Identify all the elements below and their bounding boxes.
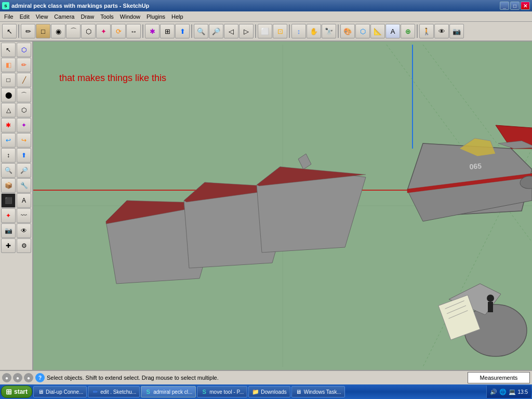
left-star-tool[interactable]: ✱ [1, 118, 16, 132]
taskbar-edit-sketchup[interactable]: ✏ edit . Sketchu... [88, 386, 140, 397]
left-wrench-tool[interactable]: 🔧 [17, 178, 31, 193]
menu-plugins[interactable]: Plugins [143, 12, 168, 21]
maximize-button[interactable]: □ [510, 2, 520, 10]
tool-zoom-window[interactable]: 🔎 [209, 24, 223, 38]
left-wave-tool[interactable]: 〰 [17, 208, 31, 223]
status-icon-3[interactable]: ● [24, 373, 33, 382]
taskbar-move-tool[interactable]: S move tool - P... [197, 386, 247, 397]
left-paint-tool[interactable]: ✏ [17, 58, 31, 72]
left-poly-tool[interactable]: ⬡ [17, 103, 31, 117]
menu-camera[interactable]: Camera [51, 12, 77, 21]
measurements-box[interactable]: Measurements [468, 372, 530, 383]
left-text-tool[interactable]: A [17, 193, 31, 208]
left-tool-row-11: ⬛ A [1, 193, 31, 208]
tool-section-plane[interactable]: ⊡ [273, 24, 287, 38]
tool-push-pull[interactable]: ⬆ [175, 24, 190, 38]
tool-prev-view[interactable]: ◁ [224, 24, 238, 38]
tool-select[interactable]: ↖ [2, 24, 17, 38]
left-undo-tool[interactable]: ↩ [1, 133, 16, 148]
tool-paint[interactable]: ✏ [21, 24, 35, 38]
left-3d-tool[interactable]: ⬡ [17, 43, 31, 57]
tool-scale[interactable]: ⊞ [160, 24, 175, 38]
taskbar-downloads-label: Downloads [261, 389, 286, 395]
menu-draw[interactable]: Draw [77, 12, 97, 21]
titlebar-buttons: _ □ ✕ [500, 2, 530, 10]
toolbar-separator-3 [191, 24, 192, 38]
left-rect-tool[interactable]: □ [1, 73, 16, 87]
taskbar-move-label: move tool - P... [209, 389, 244, 395]
edit-sketchup-icon: ✏ [91, 388, 99, 395]
toolbar-separator-5 [289, 24, 290, 38]
toolbar-separator-1 [18, 24, 19, 38]
tool-orbit[interactable]: ↕ [291, 24, 306, 38]
status-icon-2[interactable]: ● [13, 373, 22, 382]
menu-window[interactable]: Window [117, 12, 143, 21]
systray-network-icon[interactable]: 🌐 [499, 388, 507, 395]
tool-zoom[interactable]: 🔭 [322, 24, 336, 38]
tool-pan[interactable]: ✋ [307, 24, 321, 38]
left-redo-tool[interactable]: ↪ [17, 133, 31, 148]
viewport[interactable]: 065 that makes things like this [33, 42, 532, 370]
left-tool-row-2: ◧ ✏ [1, 58, 31, 72]
left-push-pull-tool[interactable]: ⬆ [17, 148, 31, 163]
tool-move[interactable]: ✱ [145, 24, 159, 38]
dialup-icon: 🖥 [37, 388, 44, 395]
left-eye-tool[interactable]: 👁 [17, 223, 31, 238]
left-arc-tool[interactable]: ⌒ [17, 88, 31, 102]
menu-help[interactable]: Help [168, 12, 187, 21]
left-toolbar: ↖ ⬡ ◧ ✏ □ ╱ ⬤ ⌒ △ ⬡ ✱ ✦ ↩ ↪ ↕ ⬆ [0, 42, 33, 370]
left-eraser-tool[interactable]: ◧ [1, 58, 16, 72]
menu-file[interactable]: File [1, 12, 17, 21]
systray-sound-icon[interactable]: 🔊 [490, 388, 497, 395]
start-windows-icon: ⊞ [6, 388, 12, 396]
left-camera-tool[interactable]: 📷 [1, 223, 16, 238]
help-icon[interactable]: ? [35, 373, 45, 382]
tool-position-camera[interactable]: 📷 [449, 24, 464, 38]
taskbar-dialup[interactable]: 🖥 Dial-up Conne... [33, 386, 87, 397]
tool-arc[interactable]: ⌒ [66, 24, 81, 38]
left-gear-tool[interactable]: ⚙ [17, 238, 31, 253]
start-button[interactable]: ⊞ start [1, 385, 32, 398]
tool-polygon[interactable]: ⬡ [81, 24, 96, 38]
left-zoom-in-tool[interactable]: 🔍 [1, 163, 16, 178]
tool-section[interactable]: ⬜ [258, 24, 272, 38]
tool-axes[interactable]: ⊕ [401, 24, 415, 38]
tool-dimensions[interactable]: 📐 [370, 24, 385, 38]
tool-component[interactable]: ⬡ [355, 24, 370, 38]
tool-flip[interactable]: ↔ [126, 24, 141, 38]
left-triangle-tool[interactable]: △ [1, 103, 16, 117]
left-fill-tool[interactable]: ⬛ [1, 193, 16, 208]
tool-look-around[interactable]: 👁 [434, 24, 449, 38]
status-icon-1[interactable]: ● [2, 373, 11, 382]
left-tool-row-13: 📷 👁 [1, 223, 31, 238]
tool-freehand[interactable]: ✦ [96, 24, 111, 38]
menu-view[interactable]: View [33, 12, 51, 21]
tool-text[interactable]: A [385, 24, 400, 38]
menu-tools[interactable]: Tools [97, 12, 117, 21]
tool-walk[interactable]: 🚶 [419, 24, 434, 38]
close-button[interactable]: ✕ [521, 2, 530, 10]
menu-edit[interactable]: Edit [17, 12, 33, 21]
left-move-tool[interactable]: ✦ [17, 118, 31, 132]
taskbar-edit-label: edit . Sketchu... [100, 389, 136, 395]
left-box-tool[interactable]: 📦 [1, 178, 16, 193]
tool-rotate[interactable]: ⟳ [111, 24, 126, 38]
left-select-tool[interactable]: ↖ [1, 43, 16, 57]
left-tool-row-12: ✦ 〰 [1, 208, 31, 223]
left-line-tool[interactable]: ╱ [17, 73, 31, 87]
left-scale-tool[interactable]: ↕ [1, 148, 16, 163]
tool-next-view[interactable]: ▷ [239, 24, 254, 38]
tool-zoom-extend[interactable]: 🔍 [194, 24, 208, 38]
taskbar-windows-task[interactable]: 🖥 Windows Task... [291, 386, 345, 397]
systray-computer-icon[interactable]: 💻 [509, 388, 516, 395]
taskbar-admiral-peck[interactable]: S admiral peck cl... [141, 386, 196, 397]
tool-rect[interactable]: □ [36, 24, 50, 38]
left-star2-tool[interactable]: ✦ [1, 208, 16, 223]
left-plus-tool[interactable]: ✚ [1, 238, 16, 253]
tool-circle[interactable]: ◉ [51, 24, 65, 38]
tool-paint-bucket[interactable]: 🎨 [340, 24, 355, 38]
taskbar-downloads[interactable]: 📁 Downloads [248, 386, 290, 397]
minimize-button[interactable]: _ [500, 2, 509, 10]
left-zoom-out-tool[interactable]: 🔎 [17, 163, 31, 178]
left-circle-tool[interactable]: ⬤ [1, 88, 16, 102]
